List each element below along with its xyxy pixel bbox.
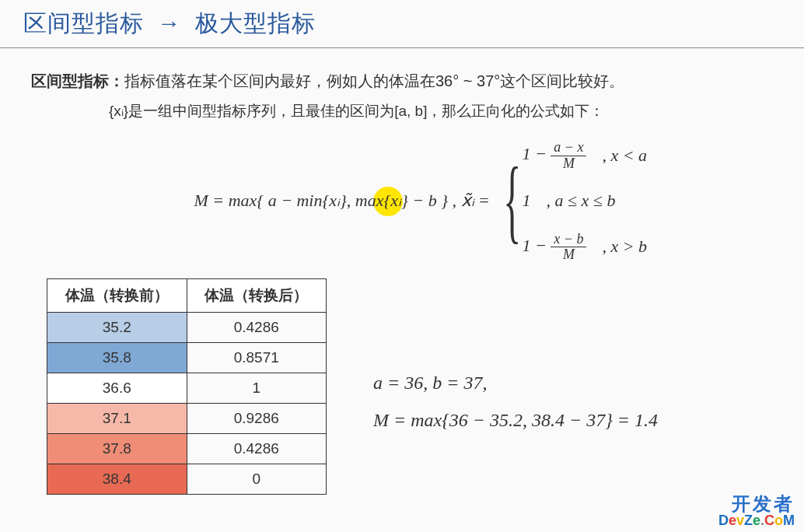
case-2: 1 , a ≤ x ≤ b (522, 185, 672, 216)
case-1: 1 − a − xM , x < a (522, 138, 672, 171)
cell-after: 0.8571 (187, 343, 327, 373)
cell-before: 35.2 (47, 313, 187, 343)
watermark-cn: 开发者 (718, 495, 795, 513)
cases-block: 1 − a − xM , x < a 1 , a ≤ x ≤ b 1 − x −… (522, 138, 672, 263)
cell-before: 37.1 (47, 404, 187, 434)
definition-line: 区间型指标：指标值落在某个区间内最好，例如人的体温在36° ~ 37°这个区间比… (31, 67, 773, 95)
page-title: 区间型指标 → 极大型指标 (0, 0, 804, 48)
col-header-before: 体温（转换前） (47, 279, 187, 313)
cell-before: 35.8 (47, 343, 187, 373)
example-calc: a = 36, b = 37, M = max{36 − 35.2, 38.4 … (373, 364, 658, 439)
sub-line: {xᵢ}是一组中间型指标序列，且最佳的区间为[a, b]，那么正向化的公式如下： (109, 98, 773, 124)
lower-section: 体温（转换前） 体温（转换后） 35.20.428635.80.857136.6… (0, 278, 804, 495)
piecewise-function: { 1 − a − xM , x < a 1 , a ≤ x ≤ b 1 − x… (498, 138, 673, 263)
cell-after: 0 (187, 464, 327, 495)
brace-icon: { (503, 159, 521, 243)
watermark: 开发者 DevZe.CoM (718, 495, 795, 527)
title-from: 区间型指标 (23, 10, 144, 36)
table-row: 35.20.4286 (47, 313, 327, 343)
formula-row: M = max{ a − min{xᵢ}, max{xᵢ} − b } , x̃… (31, 138, 773, 263)
cell-after: 0.4286 (187, 313, 327, 343)
table-row: 38.40 (47, 464, 327, 495)
example-line-1: a = 36, b = 37, (373, 364, 658, 401)
cell-before: 36.6 (47, 373, 187, 404)
cell-before: 38.4 (47, 464, 187, 495)
table-row: 37.80.4286 (47, 434, 327, 464)
m-definition: M = max{ a − min{xᵢ}, max{xᵢ} − b } , x̃… (132, 185, 490, 216)
table-row: 37.10.9286 (47, 404, 327, 434)
title-to: 极大型指标 (195, 10, 316, 36)
col-header-after: 体温（转换后） (187, 279, 327, 313)
definition-label: 区间型指标： (31, 72, 124, 89)
cell-after: 1 (187, 373, 327, 404)
m-formula-text: M = max{ a − min{xᵢ}, max{xᵢ} − b } , x̃… (194, 191, 490, 210)
table-row: 36.61 (47, 373, 327, 404)
cell-after: 0.9286 (187, 404, 327, 434)
table-body: 35.20.428635.80.857136.6137.10.928637.80… (47, 313, 327, 495)
cell-after: 0.4286 (187, 434, 327, 464)
arrow-icon: → (157, 10, 181, 37)
example-line-2: M = max{36 − 35.2, 38.4 − 37} = 1.4 (373, 401, 658, 439)
watermark-en: DevZe.CoM (718, 513, 795, 527)
conversion-table: 体温（转换前） 体温（转换后） 35.20.428635.80.857136.6… (47, 278, 327, 495)
definition-text: 指标值落在某个区间内最好，例如人的体温在36° ~ 37°这个区间比较好。 (124, 72, 624, 89)
content-area: 区间型指标：指标值落在某个区间内最好，例如人的体温在36° ~ 37°这个区间比… (0, 48, 804, 263)
table-row: 35.80.8571 (47, 343, 327, 373)
cell-before: 37.8 (47, 434, 187, 464)
case-3: 1 − x − bM , x > b (522, 230, 672, 263)
